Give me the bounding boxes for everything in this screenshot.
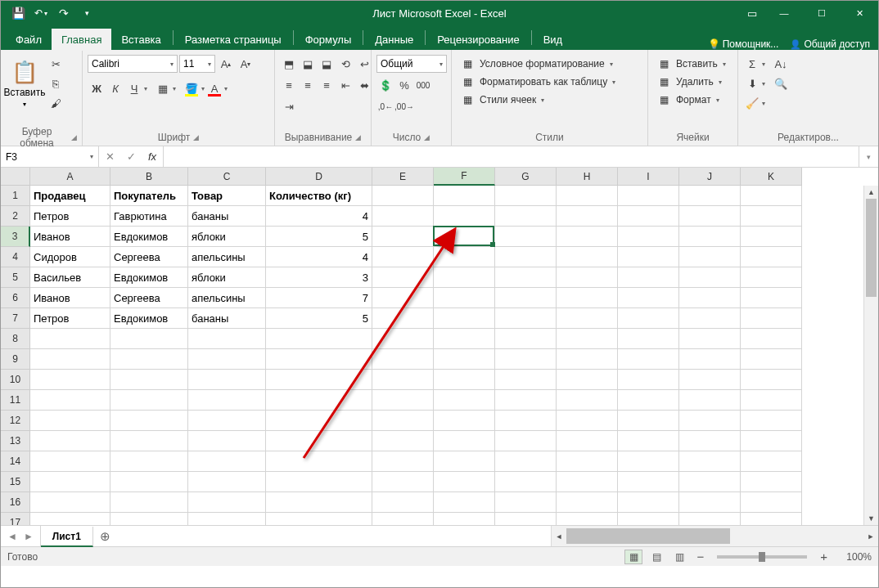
cell-K13[interactable] — [741, 431, 802, 451]
cell-I5[interactable] — [618, 267, 679, 288]
cell-I7[interactable] — [618, 308, 679, 329]
row-header-10[interactable]: 10 — [1, 370, 30, 390]
col-header-C[interactable]: C — [188, 168, 266, 186]
cell-J7[interactable] — [679, 308, 741, 329]
cell-J3[interactable] — [679, 227, 741, 247]
cell-A3[interactable]: Иванов — [30, 227, 110, 247]
zoom-level[interactable]: 100% — [836, 551, 872, 563]
orientation[interactable]: ⟲ — [336, 55, 354, 73]
border-button[interactable]: ▦ — [154, 79, 172, 97]
clear-button[interactable]: 🧹 — [743, 94, 761, 112]
ribbon-options[interactable]: ▭ — [739, 1, 765, 25]
wrap-text[interactable]: ↩ — [355, 55, 373, 73]
zoom-out[interactable]: − — [693, 550, 707, 563]
cell-B1[interactable]: Покупатель — [110, 186, 188, 206]
cell-K12[interactable] — [741, 411, 802, 431]
col-header-E[interactable]: E — [372, 168, 434, 186]
increase-decimal[interactable]: ,0← — [376, 97, 394, 115]
cell-G7[interactable] — [495, 308, 557, 329]
align-bottom[interactable]: ⬓ — [318, 55, 336, 73]
cell-C9[interactable] — [188, 349, 266, 370]
cell-C7[interactable]: бананы — [188, 308, 266, 329]
cell-G11[interactable] — [495, 390, 557, 411]
cell-F10[interactable] — [434, 370, 495, 390]
cell-F15[interactable] — [434, 472, 495, 492]
underline-button[interactable]: Ч — [125, 79, 143, 97]
close-button[interactable]: ✕ — [841, 1, 878, 25]
undo-button[interactable]: ↶▾ — [30, 2, 52, 24]
cell-H4[interactable] — [557, 247, 618, 267]
view-normal[interactable]: ▦ — [624, 550, 642, 564]
cell-E3[interactable] — [372, 227, 434, 247]
zoom-in[interactable]: + — [817, 550, 831, 563]
cell-A13[interactable] — [30, 431, 110, 451]
cell-G4[interactable] — [495, 247, 557, 267]
cell-C12[interactable] — [188, 411, 266, 431]
cell-H12[interactable] — [557, 411, 618, 431]
cell-K5[interactable] — [741, 267, 802, 288]
cell-C8[interactable] — [188, 329, 266, 349]
col-header-G[interactable]: G — [495, 168, 557, 186]
tab-data[interactable]: Данные — [365, 29, 423, 51]
copy-button[interactable]: ⎘ — [47, 74, 65, 92]
cell-C6[interactable]: апельсины — [188, 288, 266, 308]
number-format-combo[interactable]: Общий▾ — [376, 55, 447, 73]
row-header-14[interactable]: 14 — [1, 451, 30, 472]
cell-F2[interactable] — [434, 206, 495, 227]
cell-I1[interactable] — [618, 186, 679, 206]
tab-view[interactable]: Вид — [534, 29, 573, 51]
cell-B11[interactable] — [110, 390, 188, 411]
cell-F14[interactable] — [434, 451, 495, 472]
cell-A17[interactable] — [30, 513, 110, 525]
cell-A2[interactable]: Петров — [30, 206, 110, 227]
formula-input[interactable] — [164, 146, 859, 167]
paste-button[interactable]: 📋 Вставить▾ — [6, 55, 43, 114]
cell-I16[interactable] — [618, 492, 679, 513]
cell-D8[interactable] — [266, 329, 372, 349]
cut-button[interactable]: ✂ — [47, 55, 65, 73]
cell-J8[interactable] — [679, 329, 741, 349]
cell-J13[interactable] — [679, 431, 741, 451]
tab-file[interactable]: Файл — [6, 29, 52, 51]
cell-D17[interactable] — [266, 513, 372, 525]
cell-F3[interactable] — [434, 227, 495, 247]
cell-A12[interactable] — [30, 411, 110, 431]
cell-D10[interactable] — [266, 370, 372, 390]
font-size-combo[interactable]: 11▾ — [179, 55, 215, 73]
cell-C2[interactable]: бананы — [188, 206, 266, 227]
row-header-5[interactable]: 5 — [1, 267, 30, 288]
row-header-1[interactable]: 1 — [1, 186, 30, 206]
vertical-scrollbar[interactable]: ▲ ▼ — [863, 186, 878, 525]
cell-C11[interactable] — [188, 390, 266, 411]
cell-F13[interactable] — [434, 431, 495, 451]
cell-B3[interactable]: Евдокимов — [110, 227, 188, 247]
find-select[interactable]: 🔍 — [772, 74, 790, 92]
font-color[interactable]: A — [205, 79, 223, 97]
cell-F12[interactable] — [434, 411, 495, 431]
col-header-A[interactable]: A — [30, 168, 110, 186]
row-header-7[interactable]: 7 — [1, 308, 30, 329]
cell-H11[interactable] — [557, 390, 618, 411]
row-header-4[interactable]: 4 — [1, 247, 30, 267]
cell-B17[interactable] — [110, 513, 188, 525]
cell-E11[interactable] — [372, 390, 434, 411]
cell-F7[interactable] — [434, 308, 495, 329]
cell-A10[interactable] — [30, 370, 110, 390]
cell-I12[interactable] — [618, 411, 679, 431]
sheet-nav[interactable]: ◄► — [1, 526, 41, 546]
qat-customize[interactable]: ▾ — [76, 2, 97, 24]
cell-B4[interactable]: Сергеева — [110, 247, 188, 267]
cell-K17[interactable] — [741, 513, 802, 525]
cell-I3[interactable] — [618, 227, 679, 247]
cell-E10[interactable] — [372, 370, 434, 390]
cell-J15[interactable] — [679, 472, 741, 492]
tab-home[interactable]: Главная — [52, 29, 111, 51]
cell-B12[interactable] — [110, 411, 188, 431]
name-box[interactable]: F3▾ — [1, 146, 99, 167]
cell-A8[interactable] — [30, 329, 110, 349]
row-header-8[interactable]: 8 — [1, 329, 30, 349]
cell-H2[interactable] — [557, 206, 618, 227]
cell-F4[interactable] — [434, 247, 495, 267]
row-header-12[interactable]: 12 — [1, 411, 30, 431]
cell-B16[interactable] — [110, 492, 188, 513]
